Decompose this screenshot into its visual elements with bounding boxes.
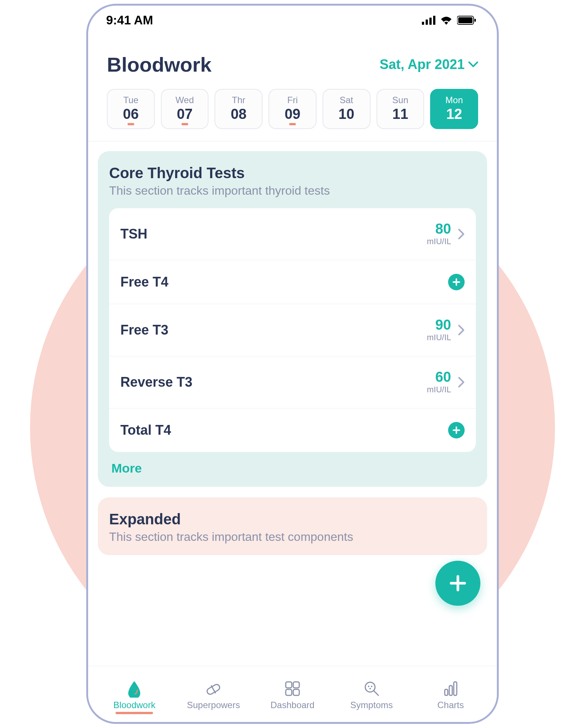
day-name: Fri [269,95,316,105]
add-value-button[interactable] [448,422,465,438]
chevron-right-icon [458,377,465,388]
day-11[interactable]: Sun11 [376,89,424,129]
card-expanded: Expanded This section tracks important t… [98,497,487,555]
pill-icon [204,680,222,698]
svg-rect-11 [286,689,292,695]
tab-label: Symptoms [350,700,393,710]
day-09[interactable]: Fri09 [268,89,316,129]
day-indicator [128,123,134,125]
tab-superpowers[interactable]: Superpowers [174,680,253,710]
test-row-free-t4[interactable]: Free T4 [109,260,476,304]
svg-point-16 [371,686,372,687]
svg-rect-12 [293,689,299,695]
test-unit: mIU/IL [427,237,451,246]
day-name: Tue [108,95,154,105]
test-name: Free T3 [120,322,168,338]
test-unit: mIU/IL [427,385,451,395]
day-indicator [182,123,188,125]
test-right [448,422,465,438]
plus-icon [447,573,468,594]
svg-rect-2 [429,18,432,25]
phone-frame: 9:41 AM Bloodwork Sat, Apr 2021 Tue06Wed… [86,4,499,724]
test-row-reverse-t3[interactable]: Reverse T360mIU/IL [109,356,476,408]
test-unit: mIU/IL [427,333,451,342]
wifi-icon [440,16,453,25]
svg-point-15 [368,686,369,687]
test-row-total-t4[interactable]: Total T4 [109,408,476,452]
tabbar: BloodworkSuperpowersDashboardSymptomsCha… [88,666,497,722]
test-list: TSH80mIU/ILFree T4Free T390mIU/ILReverse… [109,208,476,452]
test-right: 60mIU/IL [427,370,465,395]
day-number: 09 [269,106,316,122]
date-picker[interactable]: Sat, Apr 2021 [380,57,478,72]
test-value: 90 [427,318,451,332]
test-right [448,274,465,290]
svg-line-8 [211,685,216,693]
day-10[interactable]: Sat10 [322,89,370,129]
svg-rect-1 [426,20,428,25]
test-right: 80mIU/IL [427,222,465,246]
svg-rect-10 [293,682,299,688]
card-core-thyroid: Core Thyroid Tests This section tracks i… [98,151,487,487]
add-value-button[interactable] [448,274,465,290]
tab-label: Bloodwork [113,700,155,710]
test-name: Reverse T3 [120,374,192,390]
day-number: 12 [431,106,477,122]
svg-rect-6 [474,19,476,22]
tab-underline [116,712,153,714]
day-name: Wed [162,95,208,105]
signal-icon [422,16,435,25]
status-bar: 9:41 AM [88,6,497,35]
test-name: Total T4 [120,422,171,438]
test-right: 90mIU/IL [427,318,465,342]
day-number: 07 [162,106,208,122]
battery-icon [457,16,476,25]
day-number: 11 [377,106,424,122]
day-name: Thr [215,95,262,105]
day-06[interactable]: Tue06 [107,89,155,129]
day-07[interactable]: Wed07 [161,89,209,129]
test-value-wrap: 80mIU/IL [427,222,451,246]
day-number: 06 [108,106,154,122]
svg-rect-9 [286,682,292,688]
svg-rect-20 [454,682,457,695]
test-value-wrap: 60mIU/IL [427,370,451,395]
test-row-free-t3[interactable]: Free T390mIU/IL [109,304,476,356]
day-number: 08 [215,106,262,122]
test-value: 60 [427,370,451,384]
svg-rect-0 [422,22,424,25]
day-name: Sat [323,95,370,105]
day-selector: Tue06Wed07Thr08Fri09Sat10Sun11Mon12 [88,85,497,141]
tab-label: Superpowers [187,700,240,710]
plus-icon [452,426,461,435]
more-link[interactable]: More [109,461,476,476]
date-label: Sat, Apr 2021 [380,57,465,72]
tab-symptoms[interactable]: Symptoms [332,680,411,710]
day-indicator [289,123,296,125]
svg-rect-3 [433,16,435,25]
drop-icon [125,680,143,698]
status-time: 9:41 AM [106,13,153,27]
chevron-down-icon [468,62,478,68]
tab-label: Charts [437,700,464,710]
day-12[interactable]: Mon12 [430,89,478,129]
test-name: Free T4 [120,274,168,290]
card-subtitle: This section tracks important thyroid te… [109,184,476,198]
chevron-right-icon [458,228,465,240]
test-name: TSH [120,226,147,242]
status-icons [422,16,476,25]
magnify-icon [363,680,381,698]
test-row-tsh[interactable]: TSH80mIU/IL [109,208,476,260]
tab-bloodwork[interactable]: Bloodwork [95,680,174,710]
tab-dashboard[interactable]: Dashboard [253,680,332,710]
svg-point-17 [369,688,371,689]
tab-charts[interactable]: Charts [411,680,490,710]
test-value: 80 [427,222,451,236]
tab-label: Dashboard [270,700,314,710]
card-subtitle: This section tracks important test compo… [109,530,476,544]
day-08[interactable]: Thr08 [214,89,262,129]
svg-rect-19 [449,686,452,695]
fab-add-button[interactable] [435,561,480,606]
plus-icon [452,278,461,287]
day-name: Sun [377,95,424,105]
